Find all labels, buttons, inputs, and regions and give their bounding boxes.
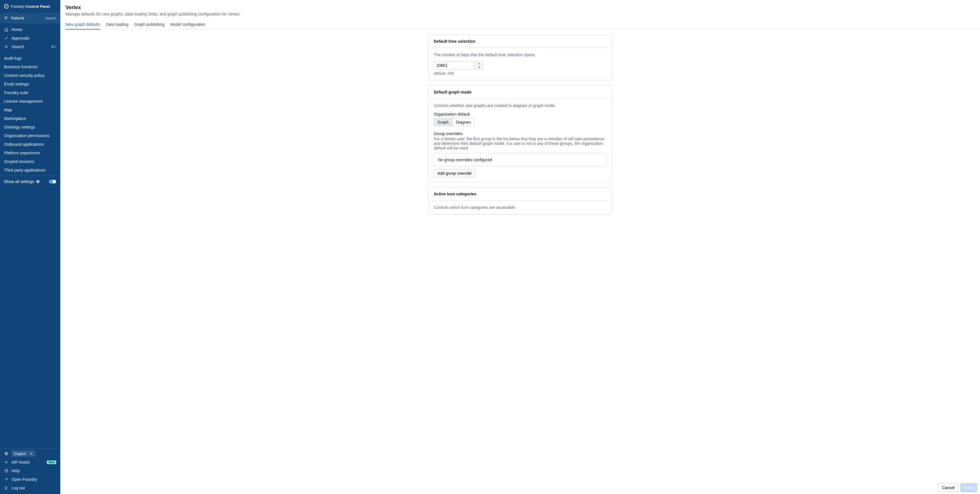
show-all-settings-row: Show all settings i <box>0 176 60 187</box>
subnav-outbound-applications[interactable]: Outbound applications <box>0 140 60 149</box>
check-icon <box>4 36 9 40</box>
page-header: Vertex Manage defaults for new graphs, d… <box>60 0 980 16</box>
chevron-down-icon: ▼ <box>30 452 33 455</box>
subnav-marketplace[interactable]: Marketplace <box>0 114 60 123</box>
open-foundry[interactable]: Open Foundry <box>0 475 60 484</box>
search-shortcut: ⌘J <box>51 45 56 49</box>
card-header: Default graph mode <box>429 86 612 98</box>
main: Vertex Manage defaults for new graphs, d… <box>60 0 980 494</box>
home-icon <box>4 27 9 32</box>
default-hint: (default: 180) <box>434 71 606 75</box>
search-icon <box>4 44 9 49</box>
subnav-audit-logs[interactable]: Audit logs <box>0 54 60 62</box>
card-header: Default time selection <box>429 35 612 48</box>
help[interactable]: Help <box>0 467 60 475</box>
org-icon <box>4 16 8 20</box>
time-span-stepper: ▲ ▼ <box>475 61 483 70</box>
svg-point-3 <box>5 45 7 47</box>
app-header: Foundry Control Panel <box>0 0 60 13</box>
subnav-organization-permissions[interactable]: Organization permissions <box>0 131 60 140</box>
subnav-business-functions[interactable]: Business functions <box>0 62 60 71</box>
nav-home[interactable]: Home <box>0 25 60 34</box>
nav-approvals[interactable]: Approvals <box>0 34 60 43</box>
time-span-input[interactable] <box>434 61 474 70</box>
add-group-override-button[interactable]: Add group override <box>434 169 476 177</box>
subnav-map[interactable]: Map <box>0 106 60 114</box>
graph-mode-segmented: Graph Diagram <box>434 118 475 126</box>
subnav-content-security-policy[interactable]: Content security policy <box>0 71 60 80</box>
subnav-platform-experience[interactable]: Platform experience <box>0 149 60 157</box>
aip-assist[interactable]: AIP Assist New <box>0 458 60 467</box>
group-overrides-desc: For a Vertex user, the first group in th… <box>434 137 606 150</box>
subnav-foundry-suite[interactable]: Foundry suite <box>0 88 60 97</box>
card-description: Controls which icon categories are acces… <box>434 205 606 210</box>
secondary-nav: Audit logs Business functions Content se… <box>0 53 60 176</box>
card-header: Active icon categories <box>429 187 612 200</box>
subnav-third-party-applications[interactable]: Third party applications <box>0 166 60 175</box>
aip-icon <box>4 460 9 464</box>
group-overrides-label: Group overrides <box>434 131 606 136</box>
switch-org-link[interactable]: Switch <box>45 16 56 21</box>
tab-graph-publishing[interactable]: Graph publishing <box>134 21 164 30</box>
svg-text:i: i <box>38 180 38 183</box>
foundry-logo-icon <box>4 4 9 9</box>
seg-diagram[interactable]: Diagram <box>452 119 474 126</box>
action-bar: Cancel Save <box>60 481 980 494</box>
tabs: New graph defaults Data loading Graph pu… <box>60 21 980 30</box>
primary-nav: Home Approvals Search ⌘J <box>0 24 60 53</box>
log-out[interactable]: Log out <box>0 484 60 492</box>
content: Default time selection The number of day… <box>60 30 980 494</box>
card-description: The number of days that the default time… <box>434 52 606 57</box>
tab-model-configuration[interactable]: Model configuration <box>170 21 205 30</box>
tab-data-loading[interactable]: Data loading <box>106 21 129 30</box>
subnav-license-management[interactable]: License management <box>0 97 60 106</box>
svg-point-2 <box>6 19 6 19</box>
card-description: Controls whether new graphs are created … <box>434 103 606 108</box>
new-badge: New <box>47 461 56 464</box>
org-default-label: Organization default <box>434 112 606 116</box>
tab-new-graph-defaults[interactable]: New graph defaults <box>65 21 100 30</box>
svg-point-1 <box>6 17 7 17</box>
subnav-scoped-sessions[interactable]: Scoped sessions <box>0 157 60 166</box>
card-default-graph-mode: Default graph mode Controls whether new … <box>428 86 612 182</box>
step-down-button[interactable]: ▼ <box>476 65 483 70</box>
nav-search[interactable]: Search ⌘J <box>0 43 60 51</box>
org-switcher[interactable]: Palantir Switch <box>0 13 60 24</box>
overrides-empty-state: No group overrides configured <box>434 153 606 167</box>
card-active-icon-categories: Active icon categories Controls which ic… <box>428 187 612 214</box>
sidebar-footer: English ▼ AIP Assist New Help Open Found… <box>0 448 60 494</box>
cancel-button[interactable]: Cancel <box>938 483 958 492</box>
subnav-ontology-settings[interactable]: Ontology settings <box>0 123 60 131</box>
svg-point-0 <box>5 17 5 17</box>
app-name: Foundry Control Panel <box>11 4 50 9</box>
page-title: Vertex <box>65 5 975 11</box>
org-name: Palantir <box>11 16 24 21</box>
page-subtitle: Manage defaults for new graphs, data loa… <box>65 12 975 16</box>
sidebar: Foundry Control Panel Palantir Switch Ho… <box>0 0 60 494</box>
logout-icon <box>4 486 9 490</box>
help-icon <box>4 469 9 473</box>
seg-graph[interactable]: Graph <box>434 119 452 126</box>
globe-icon <box>4 451 9 456</box>
subnav-email-settings[interactable]: Email settings <box>0 80 60 88</box>
step-up-button[interactable]: ▲ <box>476 61 483 65</box>
show-all-toggle[interactable] <box>49 179 56 184</box>
save-button[interactable]: Save <box>961 483 977 492</box>
card-default-time-selection: Default time selection The number of day… <box>428 35 612 80</box>
language-selector[interactable]: English ▼ <box>0 449 60 458</box>
language-pill[interactable]: English ▼ <box>11 450 35 457</box>
info-icon: i <box>36 179 40 184</box>
external-link-icon <box>4 477 9 482</box>
